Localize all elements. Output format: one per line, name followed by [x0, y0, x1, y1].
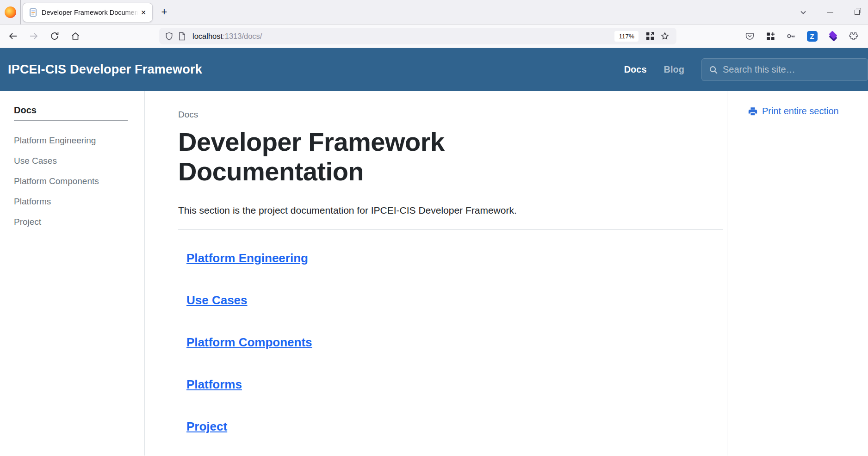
- sidebar-item-project[interactable]: Project: [14, 216, 133, 228]
- sidebar-item-use-cases[interactable]: Use Cases: [14, 155, 133, 167]
- search-icon: [708, 65, 719, 75]
- extensions-grid-icon: [766, 31, 775, 41]
- zotero-icon: Z: [807, 31, 818, 42]
- page-title: Developer Framework Documentation: [178, 127, 530, 187]
- minimize-button[interactable]: [823, 5, 837, 20]
- url-host: localhost: [192, 32, 223, 40]
- star-icon: [660, 31, 670, 41]
- page-permissions-icon[interactable]: [178, 32, 186, 41]
- section-link-project[interactable]: Project: [186, 419, 227, 433]
- sidebar-divider: [14, 120, 128, 121]
- sidebar-item-platform-engineering[interactable]: Platform Engineering: [14, 135, 133, 147]
- list-item: Project: [186, 419, 723, 434]
- tab-title: Developer Framework Documen: [42, 9, 138, 16]
- list-item: Platform Engineering: [186, 250, 723, 266]
- print-entire-section-link[interactable]: Print entire section: [748, 106, 868, 117]
- list-all-tabs-button[interactable]: [796, 5, 811, 20]
- navigation-toolbar: localhost:1313/docs/ 117%: [0, 25, 868, 48]
- nav-link-blog[interactable]: Blog: [664, 64, 684, 75]
- tracking-shield-icon[interactable]: [165, 32, 174, 41]
- tab-close-icon[interactable]: ✕: [138, 7, 149, 18]
- content-divider: [178, 229, 723, 230]
- site-brand[interactable]: IPCEI-CIS Developer Framework: [8, 62, 202, 77]
- print-link-label: Print entire section: [762, 106, 839, 117]
- password-manager-button[interactable]: [783, 28, 800, 44]
- bookmark-star-button[interactable]: [658, 29, 672, 43]
- browser-tab[interactable]: Developer Framework Documen ✕: [23, 3, 153, 22]
- extensions-button[interactable]: [762, 28, 779, 44]
- site-search[interactable]: [701, 58, 868, 81]
- forward-button[interactable]: [25, 28, 42, 44]
- grid-arrow-icon: [645, 31, 655, 41]
- layers-extension-button[interactable]: [825, 28, 841, 44]
- sidebar-item-platforms[interactable]: Platforms: [14, 196, 133, 208]
- printer-icon: [748, 106, 758, 117]
- section-link-use-cases[interactable]: Use Cases: [186, 293, 248, 307]
- restore-window-button[interactable]: [849, 5, 864, 20]
- toolbar-extensions-area: Z: [737, 28, 862, 44]
- forward-arrow-icon: [29, 31, 38, 41]
- right-sidebar: Print entire section: [727, 91, 868, 456]
- section-link-platform-components[interactable]: Platform Components: [186, 335, 312, 349]
- list-item: Platform Components: [186, 334, 723, 350]
- url-path: :1313/docs/: [223, 32, 262, 40]
- sidebar-heading-docs[interactable]: Docs: [14, 105, 37, 116]
- section-link-platform-engineering[interactable]: Platform Engineering: [186, 251, 308, 265]
- intro-paragraph: This section is the project documentatio…: [178, 203, 723, 217]
- firefox-menu-button[interactable]: [0, 0, 20, 25]
- docs-sidebar: Docs Platform Engineering Use Cases Plat…: [0, 91, 145, 456]
- tab-bar: Developer Framework Documen ✕ +: [0, 0, 868, 25]
- back-button[interactable]: [5, 28, 21, 44]
- content-area: Docs Platform Engineering Use Cases Plat…: [0, 91, 868, 456]
- zotero-extension-button[interactable]: Z: [804, 28, 820, 44]
- nav-link-docs[interactable]: Docs: [624, 64, 647, 75]
- new-tab-button[interactable]: +: [156, 4, 172, 20]
- section-index: Platform Engineering Use Cases Platform …: [186, 250, 723, 434]
- reload-button[interactable]: [46, 28, 63, 44]
- sidebar-item-platform-components[interactable]: Platform Components: [14, 175, 133, 187]
- site-navbar: IPCEI-CIS Developer Framework Docs Blog: [0, 48, 868, 91]
- zoom-level-button[interactable]: 117%: [614, 31, 639, 42]
- restore-icon: [855, 10, 860, 15]
- home-icon: [71, 31, 80, 41]
- breadcrumb: Docs: [178, 110, 723, 120]
- minimize-icon: [827, 12, 833, 12]
- url-text: localhost:1313/docs/: [192, 32, 614, 41]
- home-button[interactable]: [67, 28, 84, 44]
- chevron-down-icon: [800, 9, 807, 16]
- section-link-platforms[interactable]: Platforms: [186, 377, 242, 391]
- search-input[interactable]: [723, 64, 852, 75]
- purple-layers-icon: [827, 31, 838, 42]
- address-bar[interactable]: localhost:1313/docs/ 117%: [159, 28, 676, 44]
- key-icon: [786, 31, 796, 41]
- tab-favicon-document-icon: [30, 8, 37, 17]
- pocket-icon: [745, 31, 755, 41]
- tab-strip-divider: [20, 0, 21, 25]
- main-content: Docs Developer Framework Documentation T…: [145, 91, 727, 456]
- list-item: Platforms: [186, 376, 723, 392]
- addons-button[interactable]: [845, 28, 862, 44]
- back-arrow-icon: [8, 31, 18, 41]
- puzzle-piece-icon: [849, 31, 859, 41]
- firefox-icon: [5, 6, 16, 18]
- list-item: Use Cases: [186, 292, 723, 308]
- pocket-button[interactable]: [741, 28, 758, 44]
- browser-window: Developer Framework Documen ✕ +: [0, 0, 868, 456]
- reload-icon: [50, 31, 59, 41]
- page-action-grid-button[interactable]: [643, 29, 657, 43]
